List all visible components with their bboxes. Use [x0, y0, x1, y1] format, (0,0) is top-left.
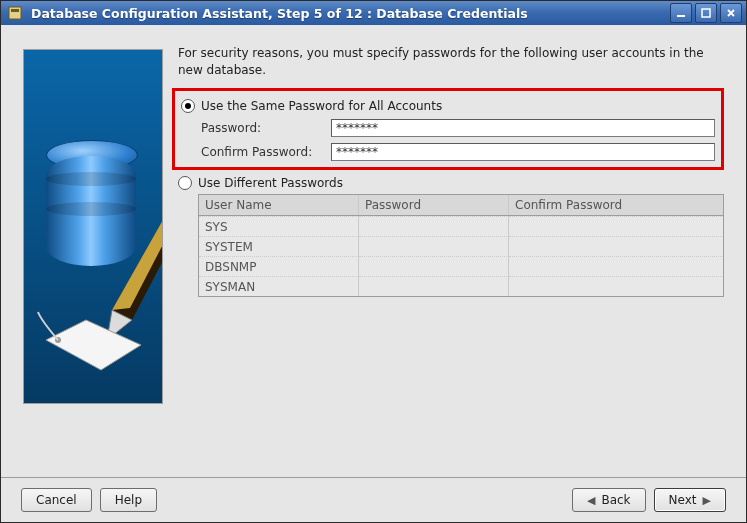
table-row: SYS — [199, 216, 723, 236]
svg-marker-5 — [46, 320, 141, 370]
cell-password[interactable] — [359, 276, 509, 296]
cell-username: SYSTEM — [199, 236, 359, 256]
radio-different-passwords-label: Use Different Passwords — [198, 176, 343, 190]
wizard-hero-image — [23, 49, 163, 404]
titlebar[interactable]: Database Configuration Assistant, Step 5… — [1, 1, 746, 25]
svg-rect-2 — [677, 15, 685, 17]
window-body: For security reasons, you must specify p… — [1, 25, 746, 477]
cell-username: SYS — [199, 216, 359, 236]
chevron-left-icon: ◀ — [587, 494, 595, 507]
chevron-right-icon: ▶ — [703, 494, 711, 507]
table-header: User Name Password Confirm Password — [199, 195, 723, 216]
help-button-label: Help — [115, 493, 142, 507]
window-controls — [670, 3, 742, 23]
radio-different-passwords[interactable] — [178, 176, 192, 190]
svg-rect-3 — [702, 9, 710, 17]
password-input[interactable] — [331, 119, 715, 137]
users-table: User Name Password Confirm Password SYS … — [198, 194, 724, 297]
confirm-password-input[interactable] — [331, 143, 715, 161]
cell-username: DBSNMP — [199, 256, 359, 276]
cell-password[interactable] — [359, 256, 509, 276]
radio-same-password-label: Use the Same Password for All Accounts — [201, 99, 442, 113]
cell-username: SYSMAN — [199, 276, 359, 296]
maximize-button[interactable] — [695, 3, 717, 23]
app-window: Database Configuration Assistant, Step 5… — [0, 0, 747, 523]
confirm-password-label: Confirm Password: — [201, 145, 331, 159]
cancel-button-label: Cancel — [36, 493, 77, 507]
svg-rect-1 — [11, 9, 19, 12]
column-header-password: Password — [359, 195, 509, 215]
minimize-button[interactable] — [670, 3, 692, 23]
close-button[interactable] — [720, 3, 742, 23]
cell-confirm[interactable] — [509, 236, 723, 256]
cancel-button[interactable]: Cancel — [21, 488, 92, 512]
cell-confirm[interactable] — [509, 216, 723, 236]
back-button[interactable]: ◀ Back — [572, 488, 646, 512]
table-row: SYSMAN — [199, 276, 723, 296]
help-button[interactable]: Help — [100, 488, 157, 512]
table-row: SYSTEM — [199, 236, 723, 256]
column-header-username: User Name — [199, 195, 359, 215]
window-title: Database Configuration Assistant, Step 5… — [31, 6, 670, 21]
back-button-label: Back — [601, 493, 630, 507]
cell-confirm[interactable] — [509, 276, 723, 296]
instruction-text: For security reasons, you must specify p… — [178, 45, 724, 80]
radio-same-password[interactable] — [181, 99, 195, 113]
wizard-footer: Cancel Help ◀ Back Next ▶ — [1, 477, 746, 522]
table-row: DBSNMP — [199, 256, 723, 276]
same-password-section: Use the Same Password for All Accounts P… — [172, 88, 724, 170]
next-button[interactable]: Next ▶ — [654, 488, 726, 512]
password-label: Password: — [201, 121, 331, 135]
next-button-label: Next — [669, 493, 697, 507]
svg-rect-0 — [9, 7, 21, 19]
cell-password[interactable] — [359, 236, 509, 256]
cell-confirm[interactable] — [509, 256, 723, 276]
column-header-confirm: Confirm Password — [509, 195, 723, 215]
cell-password[interactable] — [359, 216, 509, 236]
app-icon — [5, 4, 25, 22]
